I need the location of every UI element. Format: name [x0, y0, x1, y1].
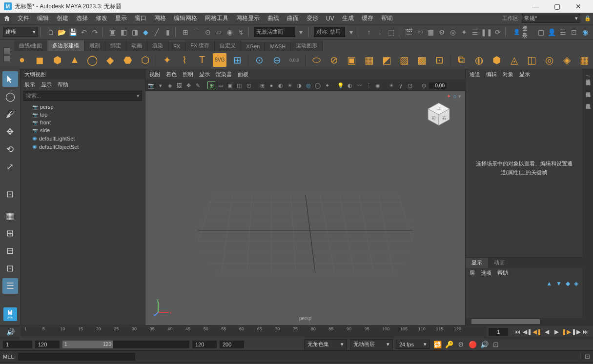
soft-select-icon[interactable]: ⊙: [252, 53, 266, 67]
current-frame-field[interactable]: 1: [489, 328, 508, 336]
triangulate-icon[interactable]: ◬: [507, 53, 521, 67]
maya-badge-icon[interactable]: MAYA: [3, 307, 17, 321]
set-key-icon[interactable]: 🔴: [468, 341, 477, 348]
vt-smooth-shade-icon[interactable]: ●: [267, 81, 275, 89]
maximize-button[interactable]: ▢: [546, 0, 568, 13]
vt-ao-icon[interactable]: ◐: [346, 81, 354, 89]
prefs-icon[interactable]: ⚙: [456, 341, 465, 348]
select-vertex-icon[interactable]: ◆: [141, 27, 151, 38]
render-frame-icon[interactable]: ▦: [426, 27, 436, 38]
vt-gamma-icon[interactable]: γ: [397, 81, 405, 89]
vt-field-chart-icon[interactable]: ⊡: [245, 81, 252, 89]
poly-cone-icon[interactable]: ▲: [68, 53, 82, 67]
outliner-item-front[interactable]: 📷front: [22, 119, 143, 126]
render-toggle-icon[interactable]: ⟳: [493, 27, 503, 38]
menu-cache[interactable]: 缓存: [358, 13, 377, 24]
playback-end-field[interactable]: 200: [220, 341, 244, 348]
human-ik-icon[interactable]: 👤: [547, 27, 557, 38]
layout-outliner-icon[interactable]: ☰: [2, 278, 18, 294]
select-face-icon[interactable]: ▮: [163, 27, 173, 38]
menu-select[interactable]: 选择: [72, 13, 92, 24]
layout-two-icon[interactable]: ⊟: [2, 243, 18, 259]
rotate-tool[interactable]: ⟲: [2, 142, 18, 157]
poly-cylinder-icon[interactable]: ⬢: [50, 53, 64, 67]
move-tool[interactable]: ✥: [2, 124, 18, 140]
shelf-tab-polymodel[interactable]: 多边形建模: [47, 40, 84, 51]
vt-shadows-icon[interactable]: ◑: [295, 81, 303, 89]
undo-icon[interactable]: ↶: [79, 27, 89, 38]
history-input-icon[interactable]: ↑: [364, 27, 374, 38]
select-object-icon[interactable]: ◧: [119, 27, 129, 38]
shelf-tab-animation[interactable]: 动画: [126, 40, 147, 51]
bevel-icon[interactable]: ◩: [380, 53, 393, 67]
menu-set-dropdown[interactable]: 建模▾: [3, 27, 38, 37]
step-back-key-icon[interactable]: ◀❚: [523, 327, 532, 336]
hypershade-icon[interactable]: ◎: [448, 27, 458, 38]
vt-dof-icon[interactable]: ◉: [374, 81, 382, 89]
layout-single-icon[interactable]: ▦: [2, 208, 18, 223]
menu-create[interactable]: 创建: [53, 13, 72, 24]
step-forward-key-icon[interactable]: ❚▶: [572, 327, 580, 336]
vt-bookmark-icon[interactable]: ◈: [166, 81, 174, 89]
step-forward-icon[interactable]: ❚▶: [562, 327, 571, 336]
layer-new-empty-icon[interactable]: ◆: [566, 280, 570, 287]
vt-grid-icon[interactable]: ⊞: [207, 81, 215, 89]
playback-start-field[interactable]: 120: [192, 341, 217, 348]
history-output-icon[interactable]: ↓: [375, 27, 385, 38]
select-edge-icon[interactable]: ╱: [152, 27, 162, 38]
vt-exposure-reset-icon[interactable]: ⊙: [420, 81, 428, 89]
vt-xray-joints-icon[interactable]: ✦: [323, 81, 331, 89]
range-end-field[interactable]: 120: [35, 341, 60, 348]
layer-movedown-icon[interactable]: ▼: [556, 280, 562, 287]
vt-isolate-icon[interactable]: ◎: [305, 81, 312, 89]
loop-icon[interactable]: 🔁: [433, 341, 442, 348]
snap-point-icon[interactable]: ⊙: [203, 27, 213, 38]
target-weld-icon[interactable]: ▩: [415, 53, 429, 67]
minimize-button[interactable]: —: [525, 0, 546, 13]
layer-moveup-icon[interactable]: ▲: [546, 280, 552, 287]
vt-textured-icon[interactable]: ◐: [277, 81, 285, 89]
channel-box-icon[interactable]: ◉: [580, 27, 590, 38]
select-hierarchy-icon[interactable]: ▣: [108, 27, 118, 38]
cb-menu-object[interactable]: 对象: [503, 71, 513, 78]
menu-surfaces[interactable]: 曲面: [283, 13, 303, 24]
outliner-menu-display[interactable]: 显示: [41, 81, 52, 88]
bridge-icon[interactable]: ▦: [362, 53, 376, 67]
viewcube-menu-icon[interactable]: ▾: [458, 93, 461, 100]
outliner-item-objectset[interactable]: ◉defaultObjectSet: [22, 142, 143, 151]
redo-icon[interactable]: ↷: [90, 27, 100, 38]
pause-render-icon[interactable]: ❚❚: [481, 27, 492, 38]
live-surface-menu-icon[interactable]: ▾: [296, 27, 307, 38]
open-scene-icon[interactable]: 📂: [57, 27, 67, 38]
symmetry-field[interactable]: 对称: 禁用: [314, 27, 345, 37]
shelf-trash-button[interactable]: [3, 55, 10, 62]
vt-2d-pan-icon[interactable]: ✥: [184, 81, 192, 89]
poly-star-icon[interactable]: ✦: [160, 53, 174, 67]
vt-default-light-icon[interactable]: 💡: [337, 81, 345, 89]
menu-display[interactable]: 显示: [111, 13, 131, 24]
viewport-menu-panels[interactable]: 面板: [238, 71, 248, 78]
viewcube[interactable]: 上 前 右: [424, 99, 453, 128]
shelf-tab-mash[interactable]: MASH: [265, 42, 291, 51]
shelf-edit-button[interactable]: [3, 47, 10, 54]
paint-select-tool[interactable]: 🖌: [2, 106, 18, 122]
ipr-icon[interactable]: IPR: [415, 27, 425, 38]
menu-modify[interactable]: 修改: [92, 13, 111, 24]
vt-exposure-icon[interactable]: ☀: [388, 81, 395, 89]
layer-menu-help[interactable]: 帮助: [497, 269, 508, 277]
shelf-tab-fxcache[interactable]: FX 缓存: [185, 40, 215, 51]
shelf-tab-xgen[interactable]: XGen: [241, 42, 265, 51]
render-settings-icon[interactable]: ⚙: [437, 27, 447, 38]
viewport-menu-shading[interactable]: 着色: [166, 71, 177, 78]
quadrangulate-icon[interactable]: ◫: [525, 53, 538, 67]
poly-helix-icon[interactable]: ⌇: [178, 53, 191, 67]
script-editor-icon[interactable]: ⊡: [580, 353, 590, 360]
snap-live-icon[interactable]: ◉: [225, 27, 235, 38]
viewport-menu-lighting[interactable]: 照明: [183, 71, 193, 78]
menu-mesh[interactable]: 网格: [150, 13, 170, 24]
shelf-tab-rigging[interactable]: 绑定: [105, 40, 126, 51]
menu-mesh-display[interactable]: 网格显示: [232, 13, 264, 24]
time-ruler[interactable]: 1510152025303540455055606570758085909510…: [20, 326, 487, 337]
menu-curves[interactable]: 曲线: [264, 13, 283, 24]
shelf-tab-curves[interactable]: 曲线/曲面: [14, 40, 47, 51]
